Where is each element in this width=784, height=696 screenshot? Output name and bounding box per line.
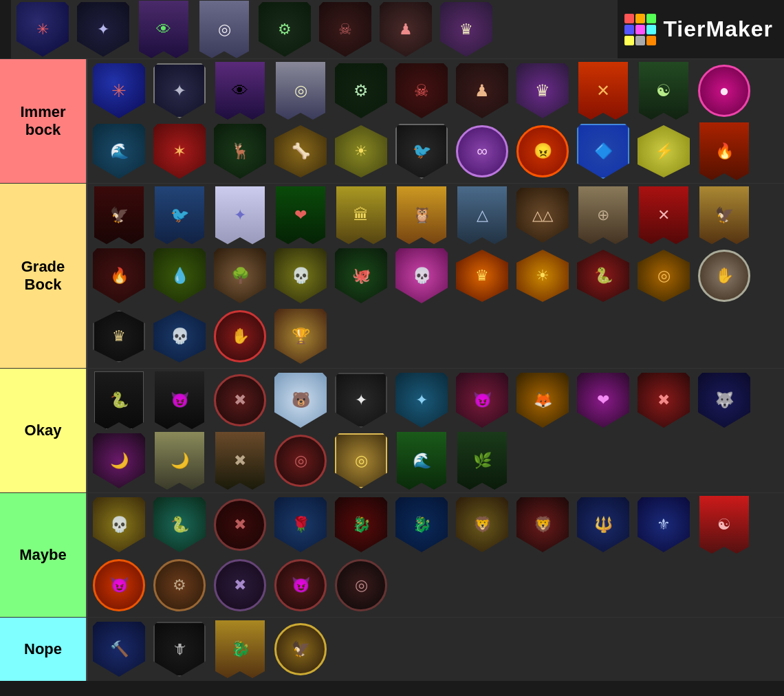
tier-label-immer: Immer bock [0, 59, 86, 183]
list-item[interactable]: ✦ [210, 186, 270, 245]
list-item[interactable]: ✕ [574, 61, 633, 120]
list-item[interactable]: ☀ [331, 122, 391, 181]
list-item[interactable]: 😠 [513, 122, 572, 181]
list-item: ✦ [74, 0, 133, 59]
list-item[interactable]: ♟ [453, 61, 512, 120]
list-item[interactable]: 🦅 [271, 620, 330, 679]
list-item[interactable]: ◎ [271, 431, 330, 490]
list-item[interactable]: ✕ [634, 186, 693, 245]
list-item[interactable]: ♛ [89, 307, 149, 366]
list-item[interactable]: ☠ [392, 61, 451, 120]
list-item[interactable]: 🦉 [392, 186, 451, 245]
list-item[interactable]: ∞ [453, 122, 512, 181]
list-item[interactable]: ◎ [634, 246, 693, 305]
list-item[interactable]: 🐍 [89, 371, 149, 430]
list-item[interactable]: ⚜ [634, 495, 693, 554]
list-item[interactable]: ⚙ [331, 61, 391, 120]
list-item[interactable]: 🔷 [574, 122, 633, 181]
list-item: ♟ [376, 0, 435, 59]
list-item[interactable]: 🐉 [331, 495, 391, 554]
list-item[interactable]: ✋ [210, 307, 270, 366]
list-item[interactable]: 🌊 [392, 431, 451, 490]
list-item[interactable]: 🏛 [331, 186, 391, 245]
list-item[interactable]: ✖ [210, 495, 270, 554]
list-item[interactable]: 🔥 [695, 122, 754, 181]
header: ✳ ✦ 👁 ◎ ⚙ [0, 0, 784, 58]
list-item[interactable]: 🐺 [695, 371, 754, 430]
list-item[interactable]: 😈 [453, 371, 512, 430]
list-item[interactable]: 🦌 [210, 122, 270, 181]
list-item: ♛ [437, 0, 496, 59]
list-item[interactable]: ❤ [271, 186, 330, 245]
list-item[interactable]: 🔱 [574, 495, 633, 554]
list-item[interactable]: 💀 [271, 246, 330, 305]
list-item[interactable]: 🔥 [89, 246, 149, 305]
tier-row-nope: Nope 🔨 🗡 🐉 🦅 [0, 617, 784, 681]
list-item[interactable]: 🐦 [150, 186, 209, 245]
list-item[interactable]: 🦴 [271, 122, 330, 181]
tier-row-grade: Grade Bock 🦅 🐦 ✦ ❤ [0, 183, 784, 368]
list-item[interactable]: 🦊 [513, 371, 572, 430]
list-item[interactable]: 🐻 [271, 371, 330, 430]
list-item[interactable]: 🔨 [89, 620, 149, 679]
list-item[interactable]: 🌊 [89, 122, 149, 181]
list-item[interactable]: 🌿 [453, 431, 512, 490]
list-item[interactable]: ✦ [150, 61, 209, 120]
list-item[interactable]: ● [695, 61, 754, 120]
list-item[interactable]: 🌹 [271, 495, 330, 554]
list-item[interactable]: ✶ [150, 122, 209, 181]
list-item[interactable]: ♛ [453, 246, 512, 305]
list-item[interactable]: 👁 [210, 61, 270, 120]
list-item[interactable]: 🦅 [695, 186, 754, 245]
list-item[interactable]: 💀 [392, 246, 451, 305]
list-item[interactable]: 💀 [150, 307, 209, 366]
list-item[interactable]: 😈 [150, 371, 209, 430]
list-item[interactable]: 🐉 [210, 620, 270, 679]
list-item[interactable]: ✦ [331, 371, 391, 430]
list-item[interactable]: ✖ [210, 371, 270, 430]
list-item[interactable]: ✖ [634, 371, 693, 430]
logo-cell [624, 25, 634, 34]
list-item[interactable]: ✖ [210, 556, 270, 615]
list-item[interactable]: 😈 [89, 556, 149, 615]
list-item[interactable]: △△ [513, 186, 572, 245]
list-item[interactable]: ◎ [331, 431, 391, 490]
tier-row-okay: Okay 🐍 😈 ✖ 🐻 [0, 368, 784, 492]
list-item[interactable]: 🐉 [392, 495, 451, 554]
tier-row-maybe: Maybe 💀 🐍 ✖ 🌹 [0, 492, 784, 617]
list-item[interactable]: ❤ [574, 371, 633, 430]
list-item[interactable]: 🐍 [574, 246, 633, 305]
list-item[interactable]: ♛ [513, 61, 572, 120]
list-item[interactable]: ✦ [392, 371, 451, 430]
logo-cell [646, 25, 656, 34]
list-item[interactable]: 💀 [89, 495, 149, 554]
logo-grid [624, 14, 656, 45]
logo-cell [624, 36, 634, 45]
list-item[interactable]: 🦁 [453, 495, 512, 554]
list-item[interactable]: 🗡 [150, 620, 209, 679]
list-item[interactable]: 🌳 [210, 246, 270, 305]
list-item[interactable]: ⚡ [634, 122, 693, 181]
list-item[interactable]: 🐙 [331, 246, 391, 305]
list-item[interactable]: 🐦 [392, 122, 451, 181]
list-item[interactable]: 🦁 [513, 495, 572, 554]
list-item[interactable]: ☯ [634, 61, 693, 120]
list-item[interactable]: ☀ [513, 246, 572, 305]
list-item[interactable]: 😈 [271, 556, 330, 615]
list-item[interactable]: ◎ [271, 61, 330, 120]
list-item[interactable]: ☯ [695, 495, 754, 554]
list-item[interactable]: ⚙ [150, 556, 209, 615]
list-item[interactable]: △ [453, 186, 512, 245]
list-item[interactable]: ✖ [210, 431, 270, 490]
list-item[interactable]: ◎ [331, 556, 391, 615]
list-item[interactable]: ⊕ [574, 186, 633, 245]
list-item[interactable]: 🦅 [89, 186, 149, 245]
list-item[interactable]: 💧 [150, 246, 209, 305]
list-item[interactable]: 🏆 [271, 307, 330, 366]
list-item[interactable]: 🐍 [150, 495, 209, 554]
list-item[interactable]: ✋ [695, 246, 754, 305]
tiermaker-logo: TierMaker [624, 14, 773, 45]
list-item[interactable]: 🌙 [150, 431, 209, 490]
list-item[interactable]: ✳ [89, 61, 149, 120]
list-item[interactable]: 🌙 [89, 431, 149, 490]
